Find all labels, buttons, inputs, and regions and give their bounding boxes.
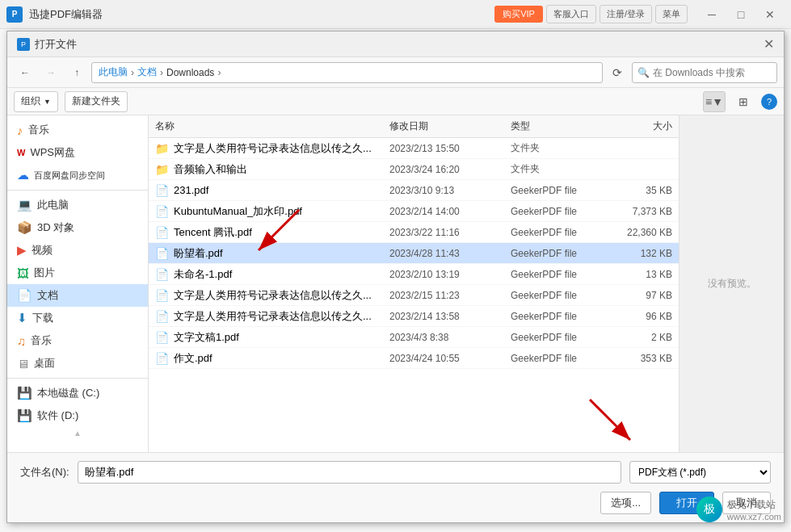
sidebar-item-docs[interactable]: 📄 文档: [7, 284, 148, 307]
breadcrumb-docs[interactable]: 文档: [137, 65, 157, 79]
sidebar-item-label: 下载: [32, 311, 53, 325]
left-panel: ♪ 音乐 W WPS网盘 ☁ 百度网盘同步空间 💻 此电脑 📦: [7, 115, 149, 452]
table-row[interactable]: 📄 KubuntuManual_加水印.pdf 2023/2/14 14:00 …: [149, 201, 679, 222]
right-panel: 名称 修改日期 类型 大小 📁 文字是人类用符号记录表达信息以传之久... 20…: [149, 115, 679, 452]
organize-arrow-icon: ▼: [44, 98, 51, 106]
dialog-title-bar: P 打开文件 ✕: [7, 31, 784, 57]
app-title: 迅捷PDF编辑器: [29, 7, 103, 22]
back-button[interactable]: ←: [14, 63, 36, 82]
new-folder-label: 新建文件夹: [72, 94, 120, 108]
sidebar-item-images[interactable]: 🖼 图片: [7, 262, 148, 284]
sidebar-item-video[interactable]: ▶ 视频: [7, 239, 148, 262]
music2-icon: ♫: [17, 334, 26, 348]
sidebar-item-diskc[interactable]: 💾 本地磁盘 (C:): [7, 382, 148, 404]
close-button[interactable]: ✕: [755, 0, 785, 29]
view-icon-button[interactable]: ⊞: [732, 91, 755, 112]
sidebar-item-3d[interactable]: 📦 3D 对象: [7, 216, 148, 239]
table-row[interactable]: 📄 作文.pdf 2023/4/24 10:55 GeekerPDF file …: [149, 348, 679, 369]
help-button[interactable]: ?: [761, 94, 777, 110]
refresh-button[interactable]: ⟳: [606, 63, 629, 82]
table-row[interactable]: 📁 音频输入和输出 2023/3/24 16:20 文件夹: [149, 159, 679, 180]
table-row[interactable]: 📄 文字是人类用符号记录表达信息以传之久... 2023/2/15 11:23 …: [149, 285, 679, 306]
docs-icon: 📄: [17, 288, 32, 303]
wps-icon: W: [17, 148, 25, 157]
filename-row: 文件名(N): PDF文档 (*.pdf)所有文件 (*.*): [20, 461, 771, 484]
file-size: 22,360 KB: [608, 227, 672, 238]
col-date-header[interactable]: 修改日期: [389, 119, 511, 133]
breadcrumb-pc[interactable]: 此电脑: [99, 65, 128, 79]
file-icon: 📁: [155, 142, 169, 155]
sidebar-separator2: [7, 378, 148, 379]
file-name: 文字是人类用符号记录表达信息以传之久...: [174, 141, 389, 156]
title-bar-right: 购买VIP 客服入口 注册/登录 菜单 ─ □ ✕: [494, 0, 785, 29]
sidebar-item-wps[interactable]: W WPS网盘: [7, 141, 148, 164]
search-input[interactable]: [653, 67, 772, 78]
sidebar-item-music[interactable]: ♪ 音乐: [7, 119, 148, 141]
watermark: 极 极光下载站 www.xz7.com: [696, 496, 781, 522]
file-name: 未命名-1.pdf: [174, 267, 389, 282]
table-row[interactable]: 📁 文字是人类用符号记录表达信息以传之久... 2023/2/13 15:50 …: [149, 138, 679, 159]
options-button[interactable]: 选项...: [600, 492, 651, 514]
file-date: 2023/2/14 13:58: [389, 311, 511, 322]
file-open-dialog: P 打开文件 ✕ ← → ↑ 此电脑 › 文档 › Downloads › ⟳ …: [6, 31, 785, 523]
forward-button[interactable]: →: [40, 63, 62, 82]
file-type: GeekerPDF file: [511, 206, 608, 217]
sidebar-item-diskd[interactable]: 💾 软件 (D:): [7, 404, 148, 427]
minimize-button[interactable]: ─: [697, 0, 726, 29]
file-icon: 📄: [155, 184, 169, 197]
file-name: 作文.pdf: [174, 351, 389, 366]
table-row[interactable]: 📄 文字是人类用符号记录表达信息以传之久... 2023/2/14 13:58 …: [149, 306, 679, 327]
breadcrumb[interactable]: 此电脑 › 文档 › Downloads ›: [91, 62, 603, 83]
table-row[interactable]: 📄 未命名-1.pdf 2023/2/10 13:19 GeekerPDF fi…: [149, 264, 679, 285]
sidebar-item-baidu[interactable]: ☁ 百度网盘同步空间: [7, 164, 148, 186]
organize-button[interactable]: 组织 ▼: [14, 91, 58, 112]
dialog-bottom: 文件名(N): PDF文档 (*.pdf)所有文件 (*.*) 选项... 打开…: [7, 452, 784, 522]
col-name-header[interactable]: 名称: [155, 119, 389, 133]
buy-vip-button[interactable]: 购买VIP: [494, 6, 543, 23]
watermark-logo: 极: [696, 496, 722, 522]
sidebar-item-label: WPS网盘: [30, 145, 75, 160]
diskc-icon: 💾: [17, 386, 32, 400]
pc-icon: 💻: [17, 198, 32, 212]
file-name: 231.pdf: [174, 184, 389, 196]
sidebar-item-label: 百度网盘同步空间: [34, 170, 105, 182]
col-type-header[interactable]: 类型: [511, 119, 608, 133]
table-row[interactable]: 📄 文字文稿1.pdf 2023/4/3 8:38 GeekerPDF file…: [149, 327, 679, 348]
new-folder-button[interactable]: 新建文件夹: [65, 91, 128, 112]
file-date: 2023/2/10 13:19: [389, 269, 511, 280]
file-type: GeekerPDF file: [511, 227, 608, 238]
table-row[interactable]: 📄 盼望着.pdf 2023/4/28 11:43 GeekerPDF file…: [149, 243, 679, 264]
sidebar-item-desktop[interactable]: 🖥 桌面: [7, 352, 148, 375]
sidebar-item-thispc[interactable]: 💻 此电脑: [7, 194, 148, 216]
up-button[interactable]: ↑: [65, 63, 88, 82]
file-date: 2023/4/24 10:55: [389, 353, 511, 364]
table-row[interactable]: 📄 231.pdf 2023/3/10 9:13 GeekerPDF file …: [149, 180, 679, 201]
breadcrumb-downloads[interactable]: Downloads: [166, 67, 214, 78]
view-list-button[interactable]: ≡▼: [703, 91, 726, 112]
dialog-body: ♪ 音乐 W WPS网盘 ☁ 百度网盘同步空间 💻 此电脑 📦: [7, 115, 784, 452]
maximize-button[interactable]: □: [726, 0, 755, 29]
file-type: GeekerPDF file: [511, 353, 608, 364]
sidebar-item-music2[interactable]: ♫ 音乐: [7, 329, 148, 352]
register-button[interactable]: 注册/登录: [600, 5, 652, 23]
file-date: 2023/3/22 11:16: [389, 227, 511, 238]
col-size-header[interactable]: 大小: [608, 119, 672, 133]
download-icon: ⬇: [17, 311, 27, 325]
sidebar-item-label: 桌面: [34, 356, 55, 371]
baidu-icon: ☁: [17, 168, 29, 182]
file-size: 132 KB: [608, 248, 672, 259]
menu-button[interactable]: 菜单: [655, 5, 688, 23]
file-size: 7,373 KB: [608, 206, 672, 217]
service-button[interactable]: 客服入口: [546, 5, 596, 23]
table-row[interactable]: 📄 Tencent 腾讯.pdf 2023/3/22 11:16 GeekerP…: [149, 222, 679, 243]
file-icon: 📄: [155, 310, 169, 323]
file-icon: 📄: [155, 331, 169, 344]
dialog-close-button[interactable]: ✕: [764, 36, 774, 52]
dialog-title: 打开文件: [35, 37, 77, 52]
dialog-icon: P: [17, 38, 30, 51]
sidebar-item-download[interactable]: ⬇ 下载: [7, 307, 148, 329]
file-name: KubuntuManual_加水印.pdf: [174, 204, 389, 219]
organize-label: 组织: [21, 94, 40, 108]
filetype-select[interactable]: PDF文档 (*.pdf)所有文件 (*.*): [629, 461, 771, 484]
filename-input[interactable]: [78, 461, 621, 484]
